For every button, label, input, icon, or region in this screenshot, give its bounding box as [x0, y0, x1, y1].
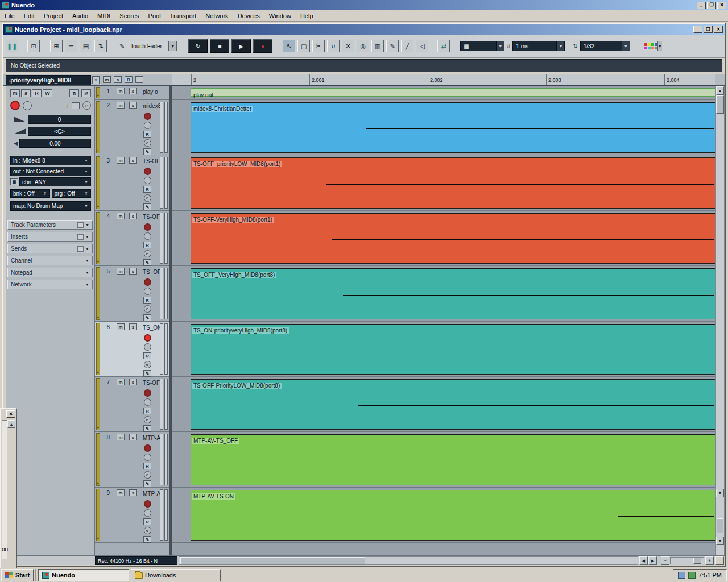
read-button[interactable]: R: [143, 518, 151, 525]
horizontal-scrollbar[interactable]: [179, 556, 638, 565]
scroll-up-button[interactable]: ▲: [716, 86, 724, 95]
bypass-icon[interactable]: [77, 234, 84, 240]
record-button[interactable]: ●: [253, 39, 272, 53]
tray-network-icon[interactable]: [678, 572, 685, 579]
select-tool-button[interactable]: ↖: [283, 40, 295, 52]
spinner-icon[interactable]: ⇕: [84, 191, 88, 196]
track-name[interactable]: play o: [143, 89, 168, 95]
hzoom-out-button[interactable]: −: [661, 556, 669, 565]
bypass-icon[interactable]: [77, 246, 84, 252]
delay-field[interactable]: 0.00: [19, 139, 91, 148]
edit-channel-button[interactable]: e: [82, 101, 91, 110]
inspector-mute-button[interactable]: m: [10, 89, 20, 97]
edit-channel-button[interactable]: e: [144, 139, 151, 147]
input-routing-combo[interactable]: in : Midex8 8 ▼: [10, 156, 91, 165]
track-row-7[interactable]: + 7 m s TS-OF R e ✎: [95, 377, 169, 432]
track-row-6-selected[interactable]: + 6 m s TS_ON R e ✎: [95, 322, 169, 377]
expand-icon[interactable]: +: [97, 149, 99, 153]
midi-part[interactable]: play out: [191, 88, 715, 97]
spinner-icon[interactable]: ⇕: [43, 191, 47, 196]
window-layout-button[interactable]: ⊡: [27, 40, 40, 52]
draw-button[interactable]: ✎: [143, 536, 151, 543]
midi-part[interactable]: TS-OFF_priorityLOW_MID8(port1): [191, 157, 715, 209]
inspector-solo-button[interactable]: s: [21, 89, 31, 97]
grid-type-combo[interactable]: 1 ms ▼: [512, 41, 565, 51]
expand-icon[interactable]: +: [97, 94, 99, 98]
track-color-strip[interactable]: +: [96, 323, 100, 375]
bank-field[interactable]: bnk : Off ⇕: [10, 189, 50, 198]
track-row-8[interactable]: + 8 m s MTP-A R e ✎: [95, 432, 169, 488]
solo-button[interactable]: s: [129, 379, 137, 385]
midi-part[interactable]: TS_OFF_VeryHigh_MID8(port8): [191, 268, 715, 319]
monitor-icon[interactable]: [144, 232, 151, 240]
read-button[interactable]: R: [143, 463, 151, 469]
draw-button[interactable]: ✎: [143, 425, 151, 432]
mute-button[interactable]: m: [117, 379, 125, 385]
activate-project-button[interactable]: ❚❚: [6, 40, 18, 52]
draw-button[interactable]: ✎: [143, 148, 151, 155]
solo-button[interactable]: s: [129, 434, 137, 440]
record-arm-icon[interactable]: [144, 334, 151, 342]
inspector-autoscroll-button[interactable]: ⇄: [81, 89, 91, 97]
track-row-2[interactable]: + 2 m s midex8 R e ✎: [95, 100, 169, 155]
track-row-9[interactable]: + 9 m s MTP-A R e ✎: [95, 488, 169, 543]
show-inspector-button[interactable]: ⊞: [50, 40, 63, 52]
volume-slider[interactable]: [14, 117, 26, 122]
edit-channel-button[interactable]: e: [144, 471, 151, 479]
inspector-track-name[interactable]: -priorityveryHigh_MID8: [6, 75, 91, 85]
mute-button[interactable]: m: [117, 323, 125, 330]
monitor-icon[interactable]: [144, 288, 151, 295]
tray-status-icon[interactable]: [688, 572, 696, 579]
zoom-tool-button[interactable]: ◎: [357, 40, 369, 52]
expand-icon[interactable]: +: [97, 315, 99, 319]
track-color-strip[interactable]: +: [96, 267, 100, 320]
project-close-button[interactable]: ✕: [714, 26, 723, 33]
solo-button[interactable]: s: [129, 157, 137, 164]
track-color-strip[interactable]: +: [96, 378, 100, 430]
menu-scores[interactable]: Scores: [115, 11, 143, 21]
bypass-icon[interactable]: [77, 222, 84, 228]
mute-button[interactable]: m: [117, 88, 125, 94]
snap-mode-combo[interactable]: ▦ ▼: [460, 41, 504, 51]
menu-pool[interactable]: Pool: [144, 11, 166, 21]
monitor-icon[interactable]: [144, 509, 151, 517]
show-overview-button[interactable]: ▤: [80, 40, 92, 52]
inspector-section-channel[interactable]: Channel ▼: [7, 256, 93, 265]
track-row-5[interactable]: + 5 m s TS_OF R e ✎: [95, 266, 169, 322]
header-box-icon[interactable]: [135, 76, 143, 83]
track-color-strip[interactable]: +: [96, 489, 100, 541]
inspector-collapse-button[interactable]: ▼: [92, 76, 100, 84]
inspector-write-button[interactable]: W: [43, 89, 52, 97]
record-arm-icon[interactable]: [144, 278, 151, 286]
event-display[interactable]: play out midex8-ChristianDetter TS-OFF_p…: [172, 86, 715, 555]
quantize-combo[interactable]: 1/32 ▼: [580, 41, 630, 51]
midi-part[interactable]: MTP-AV-TS_OFF: [191, 434, 715, 485]
edit-channel-button[interactable]: e: [144, 527, 151, 534]
mute-button[interactable]: m: [117, 268, 125, 275]
draw-button[interactable]: ✎: [143, 370, 151, 377]
mute-button[interactable]: m: [117, 434, 125, 440]
read-button[interactable]: R: [143, 408, 151, 414]
vscroll-thumb[interactable]: [716, 95, 724, 114]
horizontal-zoom-slider[interactable]: [670, 557, 704, 564]
color-picker-combo[interactable]: ▼: [643, 41, 661, 51]
monitor-icon[interactable]: [144, 343, 151, 351]
mute-button[interactable]: m: [117, 102, 125, 109]
inspector-section-network[interactable]: Network ▼: [7, 280, 93, 289]
scroll-left-button[interactable]: ◀: [639, 556, 648, 565]
record-arm-icon[interactable]: [144, 444, 151, 452]
vertical-zoom-preset-button[interactable]: ▼: [716, 537, 724, 545]
scroll-down-button[interactable]: ▼: [716, 489, 724, 497]
solo-button[interactable]: s: [129, 323, 137, 330]
panel-scroll-up-button[interactable]: ▲: [7, 420, 15, 428]
task-nuendo[interactable]: Nuendo: [38, 569, 129, 581]
menu-midi[interactable]: MIDI: [93, 11, 115, 21]
solo-button[interactable]: s: [129, 102, 137, 109]
track-color-strip[interactable]: +: [96, 101, 100, 153]
drum-map-combo[interactable]: map: No Drum Map ▼: [10, 201, 91, 211]
solo-button[interactable]: s: [129, 489, 137, 496]
hscroll-thumb[interactable]: [180, 557, 365, 564]
play-button[interactable]: ▶: [231, 39, 251, 53]
pan-slider[interactable]: [14, 128, 26, 134]
midi-part[interactable]: MTP-AV-TS-ON: [191, 490, 715, 541]
